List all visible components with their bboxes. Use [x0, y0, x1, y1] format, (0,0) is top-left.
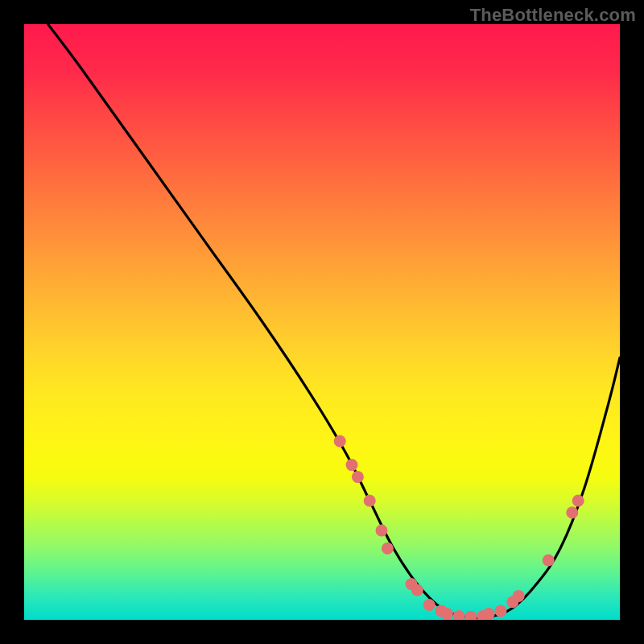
data-marker [566, 506, 578, 518]
watermark-text: TheBottleneck.com [470, 5, 636, 26]
data-marker [376, 525, 388, 537]
chart-container: TheBottleneck.com [0, 0, 644, 644]
plot-area [24, 24, 620, 620]
data-marker [441, 608, 453, 620]
data-marker [453, 610, 465, 620]
data-marker [483, 608, 495, 620]
data-markers [334, 436, 584, 621]
data-marker [513, 590, 525, 602]
data-marker [495, 605, 507, 617]
data-marker [346, 459, 358, 471]
chart-svg [24, 24, 620, 620]
data-marker [334, 436, 346, 448]
data-marker [543, 555, 555, 567]
data-marker [352, 471, 364, 483]
data-marker [423, 599, 436, 611]
data-marker [364, 495, 376, 507]
bottleneck-curve [48, 24, 620, 618]
data-marker [411, 584, 423, 597]
data-marker [465, 611, 477, 620]
data-marker [572, 495, 584, 507]
data-marker [382, 543, 394, 555]
